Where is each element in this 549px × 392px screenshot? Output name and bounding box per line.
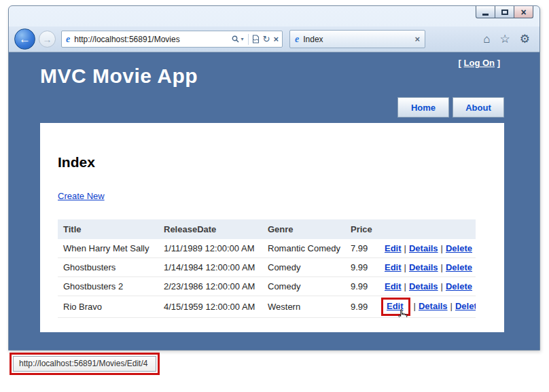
maximize-icon [501,10,508,15]
logon-bracket-close: ] [495,58,500,68]
details-link[interactable]: Details [409,281,438,291]
col-header-genre: Genre [262,219,345,239]
screenshot-canvas: × ← → e http://localhost:56891/Movies ▾ [0,0,549,392]
cell-genre: Western [262,296,345,318]
site-navigation: Home About [397,97,504,118]
toolbar-icons: ⌂ ☆ ⚙ [483,33,531,45]
settings-gear-icon[interactable]: ⚙ [520,33,530,45]
cell-price: 9.99 [345,258,379,277]
tab-favicon-icon: e [295,35,299,44]
status-tooltip-annotation: http://localhost:56891/Movies/Edit/4 [10,353,160,375]
table-row: Rio Bravo 4/15/1959 12:00:00 AM Western … [58,296,476,318]
favorites-star-icon[interactable]: ☆ [500,33,510,45]
action-separator: | [404,262,406,272]
cell-releasedate: 2/23/1986 12:00:00 AM [158,277,262,296]
action-separator: | [450,301,453,311]
table-row: Ghostbusters 1/14/1984 12:00:00 AM Comed… [58,258,476,277]
create-new-link[interactable]: Create New [58,191,105,201]
col-header-releasedate: ReleaseDate [158,219,262,239]
browser-window: × ← → e http://localhost:56891/Movies ▾ [8,5,540,351]
cell-releasedate: 1/14/1984 12:00:00 AM [158,258,262,277]
forward-button[interactable]: → [39,31,56,48]
details-link[interactable]: Details [409,262,438,272]
nav-home-button[interactable]: Home [397,97,449,118]
action-separator: | [441,262,443,272]
cell-price: 9.99 [345,277,379,296]
logon-link[interactable]: Log On [464,58,495,68]
cell-title: Ghostbusters 2 [58,277,158,296]
edit-link[interactable]: Edit [385,281,402,291]
table-row: Ghostbusters 2 2/23/1986 12:00:00 AM Com… [58,277,476,296]
action-separator: | [441,281,443,291]
delete-link[interactable]: Delete [455,301,476,311]
back-arrow-icon: ← [19,33,31,46]
movies-table: Title ReleaseDate Genre Price When Harry… [58,219,476,318]
details-link[interactable]: Details [409,243,438,253]
cell-title: Rio Bravo [58,296,158,318]
action-separator: | [404,243,406,253]
col-header-price: Price [345,219,379,239]
content-card: Index Create New Title ReleaseDate Genre… [40,123,504,332]
action-separator: | [404,281,406,291]
address-input[interactable]: http://localhost:56891/Movies [74,35,228,44]
maximize-button[interactable] [495,6,514,18]
cell-releasedate: 4/15/1959 12:00:00 AM [158,296,262,318]
table-row: When Harry Met Sally 1/11/1989 12:00:00 … [58,239,476,258]
cursor-hand-icon [396,308,408,318]
window-controls: × [476,6,533,18]
delete-link[interactable]: Delete [446,262,472,272]
minimize-button[interactable] [476,6,495,18]
cell-title: Ghostbusters [58,258,158,277]
close-icon: × [520,7,526,17]
cell-releasedate: 1/11/1989 12:00:00 AM [158,239,262,258]
table-header-row: Title ReleaseDate Genre Price [58,219,476,239]
cell-genre: Comedy [262,277,345,296]
page-heading: Index [58,154,486,171]
titlebar: × [9,6,539,26]
nav-about-button[interactable]: About [453,97,504,118]
action-separator: | [441,243,443,253]
edit-link-annotation: Edit [381,298,410,316]
cell-actions: Edit |Details|Delete [379,296,476,318]
cell-actions: Edit|Details|Delete [379,239,476,258]
cell-price: 7.99 [345,239,379,258]
cell-actions: Edit|Details|Delete [379,258,476,277]
logon-area: [ Log On ] [459,58,500,68]
cell-genre: Romantic Comedy [262,239,345,258]
delete-link[interactable]: Delete [446,243,472,253]
forward-arrow-icon: → [43,34,52,45]
logon-bracket-open: [ [459,58,464,68]
status-bar-url: http://localhost:56891/Movies/Edit/4 [13,356,156,372]
ie-favicon-icon: e [66,35,70,44]
edit-link[interactable]: Edit [385,262,402,272]
address-bar[interactable]: e http://localhost:56891/Movies ▾ ↻ × [61,31,283,48]
col-header-actions [379,219,476,239]
browser-tab-index[interactable]: e Index × [289,30,425,48]
app-title: MVC Movie App [40,65,198,88]
tab-title: Index [303,35,414,44]
action-separator: | [414,301,416,311]
details-link[interactable]: Details [419,301,448,311]
stop-icon[interactable]: × [273,34,279,44]
refresh-icon[interactable]: ↻ [263,34,270,44]
cell-title: When Harry Met Sally [58,239,158,258]
back-button[interactable]: ← [14,29,35,50]
page-viewport: [ Log On ] MVC Movie App Home About Inde… [9,52,539,350]
addressbar-divider [248,34,249,45]
tab-close-icon[interactable]: × [414,34,420,44]
home-icon[interactable]: ⌂ [483,33,490,45]
search-dropdown-icon[interactable]: ▾ [241,36,243,42]
col-header-title: Title [58,219,158,239]
minimize-icon [482,14,489,16]
search-icon[interactable] [232,35,239,43]
compatibility-view-icon[interactable] [252,35,260,43]
cell-price: 9.99 [345,296,379,318]
browser-toolbar: ← → e http://localhost:56891/Movies ▾ ↻ … [9,26,539,52]
close-button[interactable]: × [514,6,533,18]
cell-genre: Comedy [262,258,345,277]
cell-actions: Edit|Details|Delete [379,277,476,296]
edit-link[interactable]: Edit [385,243,402,253]
delete-link[interactable]: Delete [446,281,472,291]
